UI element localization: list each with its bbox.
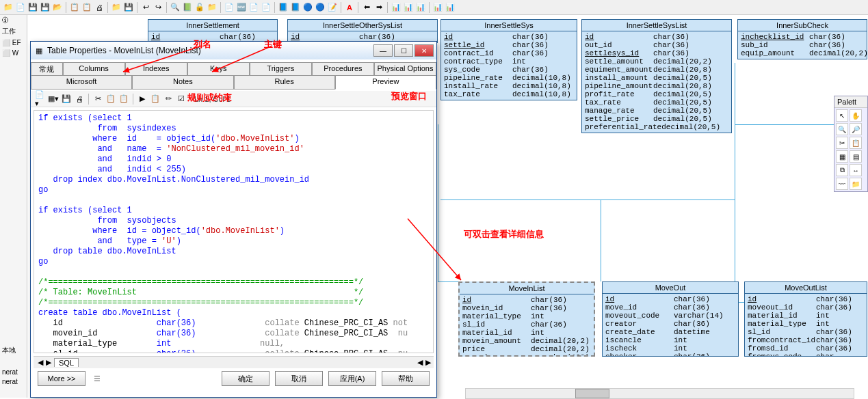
dialog-footer: More >> ☰ 确定 取消 应用(A) 帮助: [31, 368, 436, 389]
tab-columns[interactable]: Columns: [63, 62, 125, 75]
paste-icon[interactable]: 📋: [118, 94, 129, 105]
tab-preview[interactable]: Preview: [335, 76, 436, 90]
ed-icon[interactable]: 📋: [150, 94, 161, 105]
erd-title: InnerSettleSysList: [582, 20, 731, 31]
tb-icon[interactable]: A: [344, 2, 355, 13]
erd-title: InnerSettlement: [148, 20, 277, 31]
cut-icon[interactable]: ✂: [92, 94, 103, 105]
erd-table-moveoutlist[interactable]: MoveOutList idchar(36)moveout_idchar(36)…: [744, 281, 867, 357]
erd-table-moveinlist[interactable]: MoveInList idchar(36)movein_idchar(36)ma…: [458, 281, 595, 357]
close-button[interactable]: ✕: [415, 44, 434, 57]
tb-icon[interactable]: 🔵: [302, 2, 313, 13]
ed-icon[interactable]: 💾: [61, 94, 72, 105]
tb-icon[interactable]: 📗: [182, 2, 193, 13]
tab-microsoft[interactable]: Microsoft: [31, 76, 132, 90]
erd-title: InnerSettleOtherSysList: [288, 20, 437, 31]
tb-icon[interactable]: 📁: [111, 2, 122, 13]
tb-icon[interactable]: 💾: [123, 2, 134, 13]
tab-keys[interactable]: Keys: [187, 62, 250, 75]
top-toolbar: 📁 📄 💾 💾 📂 📋 📋 🖨 📁 💾 ↩ ↪ 🔍 📗 🔓 📁 📄 🆕 📄 📄 …: [0, 0, 868, 15]
more-button[interactable]: More >>: [38, 371, 86, 386]
erd-table-innersettlesys[interactable]: InnerSettleSys idchar(36)settle_idchar(3…: [440, 19, 577, 100]
ed-icon[interactable]: 📄▾: [35, 94, 46, 105]
tb-icon[interactable]: 💾: [40, 2, 51, 13]
erd-table-innersubcheck[interactable]: InnerSubCheck inchecklist_idchar(36)sub_…: [737, 19, 867, 59]
tb-icon[interactable]: 📊: [445, 2, 456, 13]
ed-icon[interactable]: ▦▾: [48, 94, 59, 105]
palette-table-icon[interactable]: ▦: [836, 150, 848, 163]
ed-icon[interactable]: ✏: [163, 94, 174, 105]
equal-icon[interactable]: ☰: [94, 374, 101, 383]
tab-triggers[interactable]: Triggers: [250, 62, 312, 75]
side-item[interactable]: ⬜ EF: [0, 38, 27, 48]
tb-icon[interactable]: 📋: [69, 2, 80, 13]
minimize-button[interactable]: —: [373, 44, 393, 57]
tab-rules[interactable]: Rules: [234, 76, 335, 90]
tb-icon[interactable]: 📊: [391, 2, 402, 13]
tb-icon[interactable]: 📘: [278, 2, 289, 13]
tb-icon[interactable]: 📊: [432, 2, 443, 13]
dialog-titlebar[interactable]: ▦ Table Properties - MoveInList (MoveInL…: [31, 42, 436, 59]
palette-prop-icon[interactable]: 📋: [850, 137, 862, 149]
palette-zoomout-icon[interactable]: 🔎: [850, 123, 862, 135]
tb-icon[interactable]: 💾: [27, 2, 38, 13]
tb-icon[interactable]: 📊: [403, 2, 414, 13]
palette-link-icon[interactable]: ↔: [850, 164, 862, 176]
palette-line-icon[interactable]: 〰: [836, 178, 848, 190]
tb-icon[interactable]: 📂: [52, 2, 63, 13]
tb-icon[interactable]: 📄: [224, 2, 235, 13]
erd-table-innersettlesyslist[interactable]: InnerSettleSysList idchar(36)out_idchar(…: [581, 19, 732, 133]
tb-icon[interactable]: 📋: [81, 2, 92, 13]
code-tab-sql[interactable]: SQL: [54, 358, 79, 367]
ed-icon[interactable]: ☑: [176, 94, 187, 105]
tb-icon[interactable]: 🔍: [170, 2, 181, 13]
tb-icon[interactable]: 🔵: [315, 2, 326, 13]
side-item[interactable]: 🛈: [0, 15, 27, 25]
cancel-button[interactable]: 取消: [275, 371, 323, 386]
tb-icon[interactable]: ➡: [373, 2, 384, 13]
palette-hand-icon[interactable]: ✋: [850, 109, 862, 122]
ed-icon[interactable]: 🖨: [74, 94, 85, 105]
tb-icon[interactable]: 📁: [207, 2, 218, 13]
tb-icon[interactable]: 📝: [327, 2, 338, 13]
ok-button[interactable]: 确定: [222, 371, 269, 386]
tb-icon[interactable]: ↪: [153, 2, 163, 13]
side-item[interactable]: ⬜ W: [0, 48, 27, 58]
ed-icon[interactable]: ▶: [137, 94, 148, 105]
erd-table-moveout[interactable]: MoveOut idchar(36)move_idchar(36)moveout…: [602, 281, 739, 357]
tb-icon[interactable]: 🆕: [236, 2, 247, 13]
tb-icon[interactable]: 📁: [3, 2, 14, 13]
erd-table-innersettleothersyslist[interactable]: InnerSettleOtherSysList idchar(36): [287, 19, 438, 43]
erd-table-innersettlement[interactable]: InnerSettlement idchar(36): [148, 19, 278, 43]
tab-procedures[interactable]: Procedures: [312, 62, 374, 75]
help-button[interactable]: 帮助: [382, 371, 430, 386]
horizontal-scrollbar[interactable]: [465, 388, 854, 399]
apply-button[interactable]: 应用(A): [328, 371, 376, 386]
tab-indexes[interactable]: Indexes: [125, 62, 187, 75]
side-item[interactable]: 工作: [0, 25, 27, 38]
tab-general[interactable]: 常规: [31, 62, 63, 75]
side-item: nerat: [0, 376, 20, 387]
copy-icon[interactable]: 📋: [105, 94, 116, 105]
tb-icon[interactable]: 📄: [15, 2, 26, 13]
palette-cut-icon[interactable]: ✂: [836, 137, 848, 149]
erd-title: MoveInList: [460, 283, 594, 294]
tab-notes[interactable]: Notes: [132, 76, 233, 90]
side-item[interactable]: 本地: [0, 344, 18, 357]
tb-icon[interactable]: 📊: [415, 2, 426, 13]
palette-table2-icon[interactable]: ▤: [850, 150, 862, 163]
tb-icon[interactable]: ↩: [140, 2, 151, 13]
palette-pointer-icon[interactable]: ↖: [836, 109, 848, 122]
tb-icon[interactable]: ⬅: [361, 2, 372, 13]
palette-rel-icon[interactable]: ⧉: [836, 164, 848, 176]
palette-fd-icon[interactable]: 📁: [850, 178, 862, 190]
maximize-button[interactable]: ☐: [394, 44, 413, 57]
tb-icon[interactable]: 🖨: [94, 2, 105, 13]
sql-preview-area[interactable]: if exists (select 1 from sysindexes wher…: [34, 110, 434, 353]
tb-icon[interactable]: 📄: [248, 2, 259, 13]
tb-icon[interactable]: 🔓: [194, 2, 205, 13]
palette-zoomin-icon[interactable]: 🔍: [836, 123, 848, 135]
tb-icon[interactable]: 📘: [290, 2, 301, 13]
tb-icon[interactable]: 📄: [261, 2, 272, 13]
tab-physical[interactable]: Physical Options: [374, 62, 436, 75]
